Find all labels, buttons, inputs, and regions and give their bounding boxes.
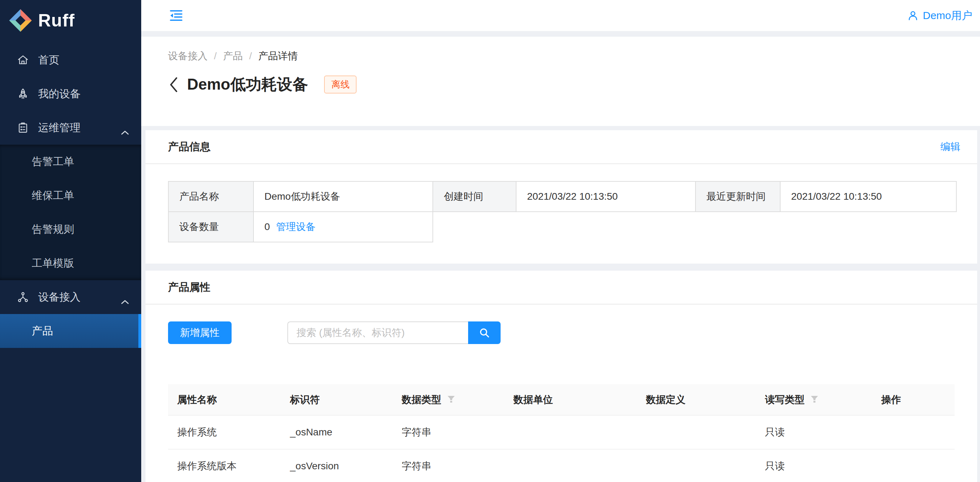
app-logo[interactable]: Ruff <box>0 0 141 32</box>
rocket-icon <box>17 88 29 100</box>
field-value: 2021/03/22 10:13:50 <box>780 181 956 212</box>
field-value: Demo低功耗设备 <box>253 181 433 212</box>
empty-cell <box>433 212 956 242</box>
sidebar-item-label: 设备接入 <box>38 290 81 304</box>
home-icon <box>17 54 29 66</box>
column-header-name: 属性名称 <box>168 384 281 415</box>
cell-definition <box>637 449 756 482</box>
cell-actions <box>872 415 955 449</box>
cell-rw-type: 只读 <box>756 449 872 482</box>
search-button[interactable] <box>468 322 501 344</box>
user-name: Demo用户 <box>923 8 972 23</box>
table-row: 操作系统 _osName 字符串 只读 <box>168 415 955 449</box>
sidebar-item-home[interactable]: 首页 <box>0 43 141 77</box>
field-label: 产品名称 <box>169 181 253 212</box>
product-info-body: 产品名称 Demo低功耗设备 创建时间 2021/03/22 10:13:50 … <box>145 164 977 263</box>
attributes-toolbar: 新增属性 <box>168 322 955 344</box>
device-count: 0 <box>264 221 270 232</box>
cell-unit <box>504 415 636 449</box>
sidebar-item-my-devices[interactable]: 我的设备 <box>0 77 141 111</box>
nodes-icon <box>17 291 29 303</box>
column-header-identifier: 标识符 <box>281 384 392 415</box>
sidebar-item-product[interactable]: 产品 <box>0 314 141 348</box>
menu-fold-icon[interactable] <box>169 8 184 22</box>
edit-link[interactable]: 编辑 <box>940 140 960 154</box>
cell-identifier: _osVersion <box>281 449 392 482</box>
breadcrumb-product[interactable]: 产品 <box>223 49 243 63</box>
sidebar-item-label: 工单模版 <box>32 256 74 271</box>
cell-definition <box>637 415 756 449</box>
table-row: 产品名称 Demo低功耗设备 创建时间 2021/03/22 10:13:50 … <box>169 181 956 212</box>
sidebar-item-label: 我的设备 <box>38 87 81 101</box>
sidebar-item-workorder-template[interactable]: 工单模版 <box>0 246 141 280</box>
table-row: 操作系统版本 _osVersion 字符串 只读 <box>168 449 955 482</box>
product-attributes-header: 产品属性 <box>145 271 977 304</box>
sidebar-nav: 首页 我的设备 运维管理 <box>0 43 141 348</box>
status-badge: 离线 <box>324 76 356 94</box>
breadcrumb-product-detail: 产品详情 <box>258 49 298 63</box>
manage-devices-link[interactable]: 管理设备 <box>276 221 316 232</box>
section-title: 产品信息 <box>168 140 210 154</box>
breadcrumb-separator: / <box>214 51 217 62</box>
sidebar-item-alarm-workorder[interactable]: 告警工单 <box>0 145 141 179</box>
cell-name: 操作系统 <box>168 415 281 449</box>
sidebar-item-alarm-rules[interactable]: 告警规则 <box>0 212 141 246</box>
cell-actions <box>872 449 955 482</box>
sidebar-item-label: 运维管理 <box>38 121 81 135</box>
sidebar: Ruff 首页 我的设备 <box>0 0 141 482</box>
field-label: 创建时间 <box>433 181 516 212</box>
page-title: Demo低功耗设备 <box>187 74 308 95</box>
user-icon <box>907 10 919 21</box>
sidebar-item-maintenance-workorder[interactable]: 维保工单 <box>0 179 141 212</box>
column-header-data-type: 数据类型 <box>393 384 504 415</box>
field-label: 最近更新时间 <box>695 181 780 212</box>
column-header-definition: 数据定义 <box>637 384 756 415</box>
title-row: Demo低功耗设备 离线 <box>168 74 980 95</box>
product-attributes-body: 新增属性 <box>145 304 977 482</box>
product-info-table: 产品名称 Demo低功耗设备 创建时间 2021/03/22 10:13:50 … <box>168 181 957 243</box>
cell-identifier: _osName <box>281 415 392 449</box>
cell-data-type: 字符串 <box>393 415 504 449</box>
chevron-up-icon <box>121 295 129 307</box>
field-value: 2021/03/22 10:13:50 <box>516 181 695 212</box>
table-row: 设备数量 0 管理设备 <box>169 212 956 242</box>
user-menu[interactable]: Demo用户 <box>907 8 972 23</box>
sidebar-item-label: 首页 <box>38 53 59 67</box>
ops-management-submenu: 告警工单 维保工单 告警规则 工单模版 <box>0 145 141 280</box>
column-header-actions: 操作 <box>872 384 955 415</box>
column-header-rw-type: 读写类型 <box>756 384 872 415</box>
search-input[interactable] <box>287 322 468 344</box>
sidebar-item-ops-management[interactable]: 运维管理 <box>0 111 141 145</box>
main-area: Demo用户 设备接入 / 产品 / 产品详情 Demo低功耗设备 离线 产品信… <box>141 0 980 482</box>
product-attributes-card: 产品属性 新增属性 <box>145 271 977 482</box>
search-icon <box>478 327 490 339</box>
back-icon[interactable] <box>168 76 179 94</box>
field-value: 0 管理设备 <box>253 212 433 242</box>
cell-name: 操作系统版本 <box>168 449 281 482</box>
cell-rw-type: 只读 <box>756 415 872 449</box>
search-group <box>287 322 501 344</box>
sidebar-item-device-access[interactable]: 设备接入 <box>0 280 141 314</box>
sidebar-item-label: 产品 <box>32 324 53 338</box>
breadcrumb-device-access[interactable]: 设备接入 <box>168 49 208 63</box>
table-header-row: 属性名称 标识符 数据类型 <box>168 384 955 415</box>
ruff-logo-icon <box>9 9 32 32</box>
add-attribute-button[interactable]: 新增属性 <box>168 322 232 344</box>
field-label: 设备数量 <box>169 212 253 242</box>
product-info-header: 产品信息 编辑 <box>145 130 977 164</box>
breadcrumb: 设备接入 / 产品 / 产品详情 <box>168 49 980 63</box>
topbar: Demo用户 <box>141 0 980 31</box>
sidebar-item-label: 维保工单 <box>32 189 74 203</box>
cell-unit <box>504 449 636 482</box>
app-title: Ruff <box>38 10 75 31</box>
device-access-submenu: 产品 <box>0 314 141 348</box>
product-info-card: 产品信息 编辑 产品名称 Demo低功耗设备 创建时间 2021/03/22 1… <box>145 130 977 263</box>
sidebar-item-label: 告警规则 <box>32 222 74 237</box>
page-header: 设备接入 / 产品 / 产品详情 Demo低功耗设备 离线 <box>141 37 980 126</box>
section-title: 产品属性 <box>168 280 210 295</box>
cell-data-type: 字符串 <box>393 449 504 482</box>
filter-icon[interactable] <box>447 394 455 406</box>
attributes-table: 属性名称 标识符 数据类型 <box>168 384 955 482</box>
filter-icon[interactable] <box>810 394 819 406</box>
chevron-up-icon <box>121 125 129 138</box>
